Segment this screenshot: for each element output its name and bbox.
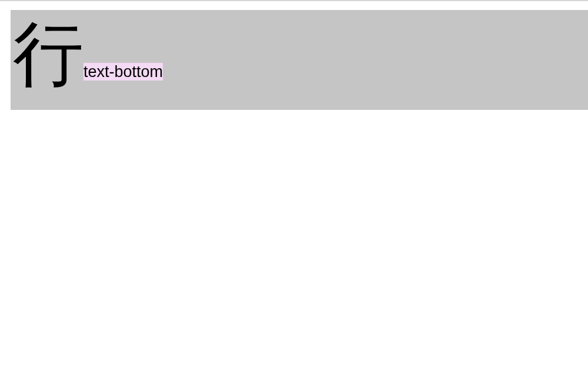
top-divider	[0, 0, 588, 1]
alignment-label: text-bottom	[83, 63, 163, 81]
vertical-align-demo-box: 行text-bottom	[11, 10, 588, 110]
big-cjk-glyph: 行	[13, 14, 83, 93]
